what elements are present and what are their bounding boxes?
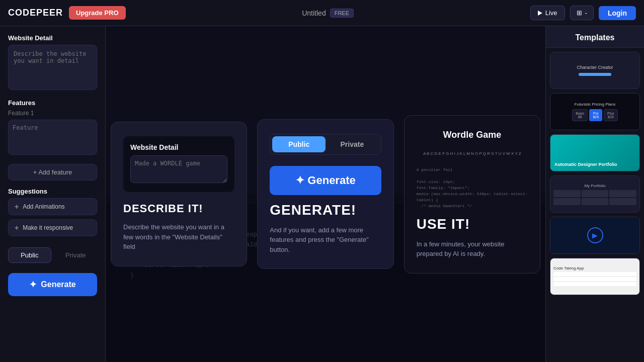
project-name: Untitled	[302, 9, 326, 17]
pub-priv-row: Public Private	[270, 134, 381, 155]
template-thumb-1: Character Creator	[550, 52, 639, 88]
feature-1-label: Feature 1	[8, 110, 97, 117]
suggestions-title: Suggestions	[8, 188, 97, 195]
template-thumb-6: Code Taking App	[550, 258, 639, 295]
visibility-row: Public Private	[8, 247, 97, 263]
template-thumb-2: Futuristic Pricing Plans Basic$9 Pro$29 …	[550, 94, 639, 130]
website-detail-title: Website Detail	[8, 34, 97, 42]
plus-icon: +	[15, 203, 19, 211]
free-badge: FREE	[330, 9, 354, 18]
template-card-4[interactable]: My Portfolio	[550, 175, 640, 213]
template-thumb-4: My Portfolio	[550, 176, 639, 212]
make-responsive-button[interactable]: + Make it responsive	[8, 219, 97, 236]
templates-header: Templates	[546, 26, 644, 48]
public-button[interactable]: Public	[8, 247, 51, 263]
template-card-6[interactable]: Code Taking App	[550, 258, 640, 295]
center-content: ⋮⋮⋮⋮⋮⋮⋮ <html> <style> @import url("http…	[106, 26, 545, 362]
card-1-title: DESCRIBE IT!	[123, 202, 234, 215]
template-thumb-3: Automatic Designer Portfolio	[550, 135, 639, 171]
template-thumb-5: ▶	[550, 217, 639, 253]
card-3-desc: In a few minutes, your website prepared …	[417, 239, 528, 259]
generate-button[interactable]: ✦ Generate	[8, 273, 97, 296]
wordle-alphabet: A B C D E F G H I J K L M N O P Q R S T …	[417, 151, 528, 156]
howto-card-3: Wordle Game A B C D E F G H I J K L M N …	[404, 115, 540, 274]
wordle-header: Wordle Game	[417, 130, 528, 140]
tmpl-1-title: Character Creator	[554, 65, 635, 70]
tmpl-5-circle: ▶	[587, 227, 603, 243]
modal-overlay: Website Detail DESCRIBE IT! Describe the…	[106, 26, 545, 362]
website-detail-section: Website Detail	[8, 34, 97, 92]
record-button[interactable]: ⊞ -	[570, 6, 594, 20]
tmpl-1-bar	[579, 73, 611, 76]
template-card-1[interactable]: Character Creator	[550, 52, 640, 89]
right-sidebar: Templates Character Creator Futuristic P…	[545, 26, 644, 362]
main-layout: Website Detail Features Feature 1 + Add …	[0, 26, 644, 362]
suggestions-section: Suggestions + Add Animations + Make it r…	[8, 188, 97, 240]
tmpl-2-title: Futuristic Pricing Plans	[553, 102, 636, 107]
live-button[interactable]: Live	[530, 6, 565, 20]
play-icon	[538, 11, 542, 16]
overlay-area: ⋮⋮⋮⋮⋮⋮⋮ <html> <style> @import url("http…	[106, 26, 545, 362]
website-detail-textarea[interactable]	[8, 45, 97, 90]
left-sidebar: Website Detail Features Feature 1 + Add …	[0, 26, 106, 362]
card-public-button[interactable]: Public	[272, 136, 326, 152]
features-title: Features	[8, 99, 97, 107]
card-1-visual: Website Detail	[123, 136, 234, 192]
card-2-title: GENERATE!	[270, 202, 381, 218]
card-private-button[interactable]: Private	[326, 136, 379, 152]
logo: CODEPEER	[8, 8, 63, 18]
card-1-input[interactable]	[130, 155, 227, 183]
card-1-desc: Describe the website you want in a few w…	[123, 222, 234, 252]
tmpl-6-title: Code Taking App	[553, 266, 636, 270]
howto-card-1: Website Detail DESCRIBE IT! Describe the…	[111, 122, 247, 266]
nav-center: Untitled FREE	[132, 9, 524, 18]
add-animations-button[interactable]: + Add Animations	[8, 198, 97, 215]
tmpl-4-title: My Portfolio	[553, 184, 636, 188]
add-feature-button[interactable]: + Add feature	[8, 164, 97, 180]
card-3-title: USE IT!	[417, 216, 528, 232]
tmpl-3-label: Automatic Designer Portfolio	[554, 162, 617, 167]
template-card-3[interactable]: Automatic Designer Portfolio	[550, 134, 640, 171]
upgrade-button[interactable]: Upgrade PRO	[69, 6, 126, 20]
feature-1-textarea[interactable]	[8, 120, 97, 155]
card-2-desc: And if you want, add a few more features…	[270, 225, 381, 255]
project-title: Untitled FREE	[302, 9, 354, 18]
howto-card-2: Public Private ✦ Generate GENERATE! And …	[257, 119, 393, 269]
login-button[interactable]: Login	[599, 6, 636, 20]
template-card-5[interactable]: ▶	[550, 217, 640, 254]
nav-right: Live ⊞ - Login	[530, 6, 636, 20]
sparkle-icon: ✦	[29, 279, 37, 290]
card-1-visual-title: Website Detail	[130, 143, 227, 151]
plus-icon-2: +	[15, 224, 19, 232]
wordle-code: A peculiar fail font-size: 14px; font-fa…	[417, 167, 528, 209]
private-button[interactable]: Private	[54, 247, 98, 263]
features-section: Features Feature 1	[8, 99, 97, 157]
navbar: CODEPEER Upgrade PRO Untitled FREE Live …	[0, 0, 644, 26]
template-card-2[interactable]: Futuristic Pricing Plans Basic$9 Pro$29 …	[550, 93, 640, 130]
card-generate-button[interactable]: ✦ Generate	[270, 166, 381, 195]
